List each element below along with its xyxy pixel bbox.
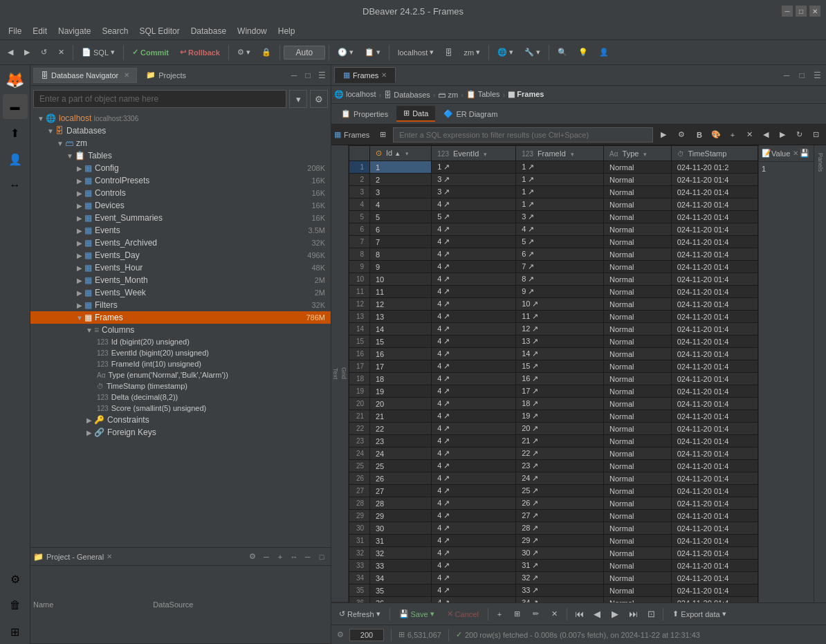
toggle-icon[interactable]: ▶ bbox=[75, 264, 84, 272]
refresh-button[interactable]: ↺ Refresh ▾ bbox=[334, 606, 385, 623]
tree-item-col-type[interactable]: Aα Type (enum('Normal','Bulk','Alarm')) bbox=[30, 369, 331, 380]
filter-color-button[interactable]: 🎨 bbox=[708, 127, 724, 142]
table-row[interactable]: 21 21 4 ↗ 19 ↗ Normal 024-11-20 01:4 bbox=[349, 410, 758, 423]
sub-tab-data[interactable]: ⊞ Data bbox=[396, 106, 435, 122]
search-input[interactable] bbox=[33, 90, 286, 108]
table-row[interactable]: 6 6 4 ↗ 4 ↗ Normal 024-11-20 01:4 bbox=[349, 223, 758, 236]
tab-database-navigator[interactable]: 🗄 Database Navigator ✕ bbox=[33, 68, 137, 83]
copy-row-button[interactable]: ⊞ bbox=[509, 606, 525, 623]
table-row[interactable]: 3 3 3 ↗ 1 ↗ Normal 024-11-20 01:4 bbox=[349, 186, 758, 199]
edit-row-button[interactable]: ✏ bbox=[528, 606, 544, 623]
value-panel-close[interactable]: ✕ bbox=[793, 149, 798, 157]
project-maximize-button[interactable]: □ bbox=[315, 551, 328, 563]
table-row[interactable]: 30 30 4 ↗ 28 ↗ Normal 024-11-20 01:4 bbox=[349, 522, 758, 535]
table-row[interactable]: 32 32 4 ↗ 30 ↗ Normal 024-11-20 01:4 bbox=[349, 547, 758, 560]
table-row[interactable]: 16 16 4 ↗ 14 ↗ Normal 024-11-20 01:4 bbox=[349, 348, 758, 360]
toggle-icon[interactable]: ▼ bbox=[65, 152, 75, 160]
table-row[interactable]: 33 33 4 ↗ 31 ↗ Normal 024-11-20 01:4 bbox=[349, 560, 758, 572]
project-minus-button[interactable]: ─ bbox=[260, 551, 273, 563]
bc-frames[interactable]: ▦ Frames bbox=[508, 90, 544, 99]
table-row[interactable]: 10 10 4 ↗ 8 ↗ Normal 024-11-20 01:4 bbox=[349, 273, 758, 286]
connection-button[interactable]: localhost ▾ bbox=[393, 43, 439, 62]
rollback-button[interactable]: ↩ Rollback bbox=[175, 43, 225, 62]
tree-item-tables[interactable]: ▼ 📋 Tables bbox=[30, 149, 331, 162]
menu-help[interactable]: Help bbox=[273, 25, 301, 37]
nav-last-button[interactable]: ⏭ bbox=[625, 607, 641, 622]
tree-item-col-frameid[interactable]: 123 FrameId (int(10) unsigned) bbox=[30, 358, 331, 369]
toggle-icon[interactable]: ▶ bbox=[75, 190, 84, 197]
tree-item-databases[interactable]: ▼ 🗄 Databases bbox=[30, 125, 331, 137]
tree-item-config[interactable]: ▶ ▦ Config 208K bbox=[30, 162, 331, 174]
db-nav-close[interactable]: ✕ bbox=[124, 71, 129, 79]
table-row[interactable]: 35 35 4 ↗ 33 ↗ Normal 024-11-20 01:4 bbox=[349, 585, 758, 597]
toggle-icon[interactable]: ▶ bbox=[75, 289, 84, 297]
tree-item-events-hour[interactable]: ▶ ▦ Events_Hour 48K bbox=[30, 261, 331, 274]
table-row[interactable]: 18 18 4 ↗ 16 ↗ Normal 024-11-20 01:4 bbox=[349, 373, 758, 385]
tree-item-col-delta[interactable]: 123 Delta (decimal(8,2)) bbox=[30, 392, 331, 403]
tree-item-col-eventid[interactable]: 123 EventId (bigint(20) unsigned) bbox=[30, 347, 331, 358]
toggle-icon[interactable]: ▶ bbox=[75, 252, 84, 259]
history-button[interactable]: 🕐 ▾ bbox=[333, 43, 358, 62]
content-menu-button[interactable]: ☰ bbox=[811, 69, 823, 82]
tab-projects[interactable]: 📁 Projects bbox=[138, 67, 194, 83]
bc-databases[interactable]: 🗄 Databases bbox=[384, 91, 430, 99]
table-row[interactable]: 14 14 4 ↗ 12 ↗ Normal 024-11-20 01:4 bbox=[349, 323, 758, 335]
table-row[interactable]: 1 1 1 ↗ 1 ↗ Normal 024-11-20 01:2 bbox=[349, 161, 758, 174]
tree-item-events-archived[interactable]: ▶ ▦ Events_Archived 32K bbox=[30, 237, 331, 249]
app-avatar-button[interactable]: 👤 bbox=[3, 147, 28, 172]
user-button[interactable]: 👤 bbox=[594, 43, 614, 62]
delete-row-button[interactable]: ✕ bbox=[547, 606, 562, 623]
toggle-icon[interactable]: ▼ bbox=[55, 140, 65, 147]
app-collapse-button[interactable]: ▬ bbox=[3, 94, 28, 119]
table-row[interactable]: 8 8 4 ↗ 6 ↗ Normal 024-11-20 01:4 bbox=[349, 248, 758, 261]
table-row[interactable]: 12 12 4 ↗ 10 ↗ Normal 024-11-20 01:4 bbox=[349, 298, 758, 311]
close-button[interactable]: ✕ bbox=[809, 6, 820, 17]
content-maximize-button[interactable]: □ bbox=[796, 69, 808, 82]
frames-tab-close[interactable]: ✕ bbox=[381, 71, 387, 79]
toggle-icon[interactable]: ▼ bbox=[36, 115, 46, 122]
tree-item-event-summaries[interactable]: ▶ ▦ Event_Summaries 16K bbox=[30, 212, 331, 224]
app-trash-button[interactable]: 🗑 bbox=[3, 593, 28, 618]
table-row[interactable]: 27 27 4 ↗ 25 ↗ Normal 024-11-20 01:4 bbox=[349, 485, 758, 497]
tree-item-events-week[interactable]: ▶ ▦ Events_Week 2M bbox=[30, 286, 331, 299]
app-grid-button[interactable]: ⊞ bbox=[3, 619, 28, 644]
stop-button[interactable]: ✕ bbox=[53, 43, 69, 62]
toggle-icon[interactable]: ▶ bbox=[75, 202, 84, 210]
tree-item-zm[interactable]: ▼ 🗃 zm bbox=[30, 137, 331, 149]
content-minimize-button[interactable]: ─ bbox=[780, 69, 793, 82]
project-minimize-button[interactable]: ─ bbox=[302, 551, 314, 563]
table-row[interactable]: 34 34 4 ↗ 32 ↗ Normal 024-11-20 01:4 bbox=[349, 572, 758, 585]
tree-item-localhost[interactable]: ▼ 🌐 localhost localhost:3306 bbox=[30, 112, 331, 125]
table-row[interactable]: 20 20 4 ↗ 18 ↗ Normal 024-11-20 01:4 bbox=[349, 398, 758, 410]
database-selector[interactable]: 🗄 bbox=[440, 43, 457, 62]
sub-tab-properties[interactable]: 📋 Properties bbox=[334, 107, 395, 121]
sql-button[interactable]: 📄 SQL ▾ bbox=[77, 43, 120, 62]
search-settings-button[interactable]: ⚙ bbox=[310, 90, 328, 108]
col-header-type[interactable]: Aα Type ▾ bbox=[604, 146, 672, 161]
table-row[interactable]: 26 26 4 ↗ 24 ↗ Normal 024-11-20 01:4 bbox=[349, 472, 758, 485]
filter-clear-button[interactable]: ✕ bbox=[742, 127, 757, 142]
tree-item-col-score[interactable]: 123 Score (smallint(5) unsigned) bbox=[30, 403, 331, 414]
table-row[interactable]: 17 17 4 ↗ 15 ↗ Normal 024-11-20 01:4 bbox=[349, 360, 758, 373]
schema-selector[interactable]: zm ▾ bbox=[459, 43, 485, 62]
tree-item-foreign-keys[interactable]: ▶ 🔗 Foreign Keys bbox=[30, 426, 331, 439]
side-label-grid[interactable]: Grid bbox=[340, 145, 348, 602]
menu-file[interactable]: File bbox=[3, 25, 27, 37]
value-save-button[interactable]: 💾 bbox=[798, 147, 811, 160]
tree-item-devices[interactable]: ▶ ▦ Devices 16K bbox=[30, 199, 331, 212]
table-row[interactable]: 19 19 4 ↗ 17 ↗ Normal 024-11-20 01:4 bbox=[349, 385, 758, 398]
sub-tab-er-diagram[interactable]: 🔷 ER Diagram bbox=[437, 107, 504, 121]
col-header-eventid[interactable]: 123 EventId ▾ bbox=[432, 146, 516, 161]
tips-button[interactable]: 💡 bbox=[573, 43, 593, 62]
toggle-icon[interactable]: ▶ bbox=[84, 429, 94, 436]
search-filter-button[interactable]: ▾ bbox=[289, 90, 307, 108]
filter-add-filter-button[interactable]: + bbox=[725, 127, 740, 142]
sidebar-menu-button[interactable]: ☰ bbox=[315, 69, 328, 82]
save-button[interactable]: 💾 Save ▾ bbox=[394, 606, 439, 623]
maximize-button[interactable]: □ bbox=[796, 6, 807, 17]
filter-bold-button[interactable]: B bbox=[692, 127, 707, 142]
toggle-icon[interactable]: ▼ bbox=[46, 127, 55, 135]
menu-search[interactable]: Search bbox=[96, 25, 134, 37]
table-row[interactable]: 22 22 4 ↗ 20 ↗ Normal 024-11-20 01:4 bbox=[349, 423, 758, 435]
project-plus-button[interactable]: + bbox=[274, 551, 286, 563]
